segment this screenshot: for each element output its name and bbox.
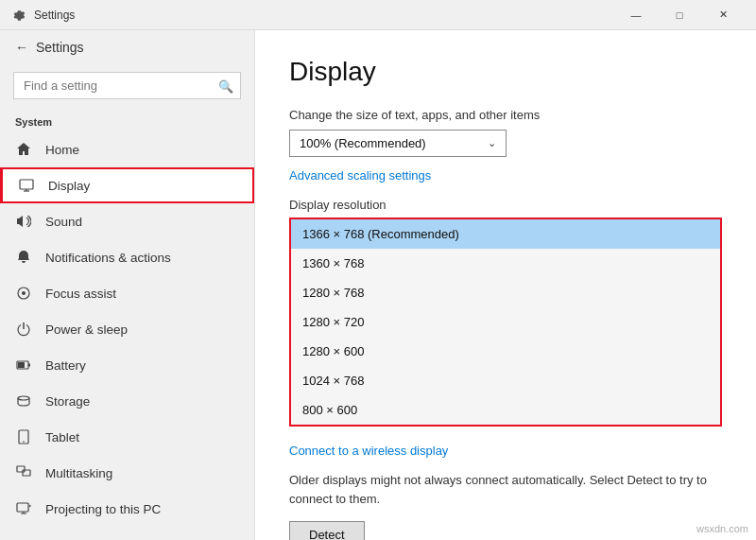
scale-label: Change the size of text, apps, and other… [289, 108, 722, 122]
storage-icon [15, 392, 32, 409]
svg-rect-13 [17, 503, 28, 512]
back-arrow-icon: ← [15, 40, 28, 55]
resolution-option-4[interactable]: 1280 × 600 [291, 337, 720, 366]
settings-icon [11, 8, 26, 23]
sidebar-item-sound[interactable]: Sound [0, 203, 254, 239]
battery-label: Battery [45, 358, 86, 373]
search-input[interactable] [13, 72, 241, 99]
storage-label: Storage [45, 394, 90, 409]
sidebar-item-power[interactable]: Power & sleep [0, 311, 254, 347]
system-section-label: System [0, 107, 254, 131]
multitasking-icon [15, 464, 32, 481]
svg-rect-6 [28, 364, 30, 367]
titlebar-title: Settings [34, 9, 614, 22]
svg-rect-7 [18, 362, 25, 368]
home-icon [15, 141, 32, 158]
titlebar: Settings — □ ✕ [0, 0, 756, 30]
info-text: Older displays might not always connect … [289, 471, 722, 508]
power-icon [15, 321, 32, 338]
connect-wireless-link[interactable]: Connect to a wireless display [289, 444, 448, 458]
sidebar-item-projecting[interactable]: Projecting to this PC [0, 491, 254, 527]
multitasking-label: Multitasking [45, 466, 112, 480]
sidebar-item-battery[interactable]: Battery [0, 347, 254, 383]
display-icon [18, 177, 35, 194]
resolution-label: Display resolution [289, 198, 722, 212]
resolution-option-3[interactable]: 1280 × 720 [291, 307, 720, 337]
notifications-label: Notifications & actions [45, 251, 171, 265]
svg-rect-0 [20, 180, 33, 189]
sound-label: Sound [45, 215, 82, 229]
search-icon: 🔍 [218, 78, 233, 93]
watermark: wsxdn.com [696, 523, 748, 534]
app-body: ← Settings 🔍 System Home Display [0, 30, 756, 540]
sidebar-item-tablet[interactable]: Tablet [0, 419, 254, 455]
page-title: Display [289, 57, 722, 87]
main-content: Display Change the size of text, apps, a… [255, 30, 756, 540]
projecting-label: Projecting to this PC [45, 502, 161, 516]
search-container: 🔍 [13, 72, 241, 99]
resolution-listbox[interactable]: 1366 × 768 (Recommended) 1360 × 768 1280… [289, 218, 722, 427]
power-label: Power & sleep [45, 322, 128, 337]
battery-icon [15, 357, 32, 374]
resolution-option-0[interactable]: 1366 × 768 (Recommended) [291, 219, 720, 249]
tablet-label: Tablet [45, 430, 79, 444]
sidebar-item-home[interactable]: Home [0, 131, 254, 167]
sidebar-item-notifications[interactable]: Notifications & actions [0, 239, 254, 275]
scale-dropdown[interactable]: 100% (Recommended) ⌄ [289, 130, 507, 157]
notifications-icon [15, 249, 32, 266]
sound-icon [15, 213, 32, 230]
tablet-icon [15, 428, 32, 445]
sidebar-item-focus[interactable]: Focus assist [0, 275, 254, 311]
svg-point-4 [22, 291, 26, 295]
svg-point-8 [18, 396, 29, 400]
home-label: Home [45, 143, 79, 157]
svg-rect-11 [17, 466, 25, 472]
sidebar: ← Settings 🔍 System Home Display [0, 30, 255, 540]
sidebar-item-multitasking[interactable]: Multitasking [0, 455, 254, 491]
titlebar-controls: — □ ✕ [614, 0, 745, 30]
resolution-option-1[interactable]: 1360 × 768 [291, 249, 720, 278]
sidebar-app-title: Settings [36, 40, 84, 55]
focus-label: Focus assist [45, 287, 116, 301]
projecting-icon [15, 500, 32, 517]
back-button[interactable]: ← Settings [0, 30, 254, 64]
scale-value: 100% (Recommended) [300, 136, 480, 150]
maximize-button[interactable]: □ [658, 0, 701, 30]
resolution-option-6[interactable]: 800 × 600 [291, 395, 720, 425]
svg-rect-12 [23, 470, 30, 476]
minimize-button[interactable]: — [614, 0, 658, 30]
sidebar-item-display[interactable]: Display [0, 167, 254, 203]
resolution-option-5[interactable]: 1024 × 768 [291, 366, 720, 395]
advanced-scaling-link[interactable]: Advanced scaling settings [289, 168, 431, 183]
close-button[interactable]: ✕ [701, 0, 745, 30]
chevron-down-icon: ⌄ [488, 137, 496, 149]
sidebar-item-storage[interactable]: Storage [0, 383, 254, 419]
detect-button[interactable]: Detect [289, 521, 365, 540]
focus-icon [15, 285, 32, 302]
display-label: Display [48, 179, 90, 193]
svg-point-10 [23, 441, 25, 443]
resolution-option-2[interactable]: 1280 × 768 [291, 278, 720, 307]
